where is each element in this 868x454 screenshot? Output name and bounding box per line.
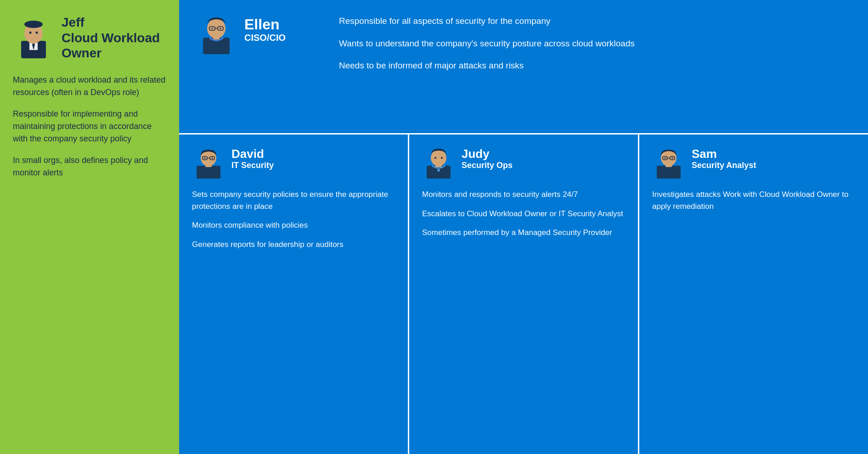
sam-avatar [652, 146, 685, 179]
ellen-avatar [196, 13, 237, 54]
judy-bullets: Monitors and responds to security alerts… [422, 189, 625, 239]
svg-point-7 [36, 32, 38, 34]
svg-point-6 [29, 32, 32, 34]
jeff-bullet-1: Manages a cloud workload and its related… [13, 74, 166, 99]
ellen-section: Ellen CISO/CIO Responsible for all aspec… [179, 0, 868, 133]
ellen-bullet-3: Needs to be informed of major attacks an… [339, 59, 851, 73]
ellen-bullet-2: Wants to understand the company's securi… [339, 37, 851, 50]
sam-header: Sam Security Analyst [652, 146, 855, 179]
sam-bullet-1: Investigates attacks Work with Cloud Wor… [652, 189, 855, 212]
judy-bullet-3: Sometimes performed by a Managed Securit… [422, 227, 625, 239]
ellen-bullets: Responsible for all aspects of security … [339, 13, 851, 120]
david-name-block: David IT Security [231, 146, 274, 170]
david-bullet-2: Monitors compliance with policies [192, 219, 395, 231]
david-name: David [231, 147, 274, 161]
svg-rect-30 [657, 166, 681, 179]
ellen-header: Ellen CISO/CIO [196, 13, 324, 120]
jeff-bullet-3: In small orgs, also defines policy and m… [13, 154, 166, 179]
jeff-bullet-2: Responsible for implementing and maintai… [13, 108, 166, 145]
sam-card: Sam Security Analyst Investigates attack… [639, 135, 868, 454]
svg-point-14 [212, 28, 213, 29]
jeff-title: Jeff Cloud Workload Owner [62, 15, 160, 61]
jeff-avatar [13, 17, 54, 58]
judy-bullet-2: Escalates to Cloud Workload Owner or IT … [422, 208, 625, 220]
jeff-header: Jeff Cloud Workload Owner [13, 15, 166, 61]
ellen-bullet-1: Responsible for all aspects of security … [339, 15, 851, 28]
judy-avatar [422, 146, 455, 179]
judy-name: Judy [462, 147, 513, 161]
ellen-role: CISO/CIO [244, 33, 286, 43]
svg-rect-16 [197, 166, 220, 179]
svg-point-29 [441, 157, 443, 159]
sam-name: Sam [692, 147, 756, 161]
ellen-name-block: Ellen CISO/CIO [244, 13, 286, 43]
david-header: David IT Security [192, 146, 395, 179]
judy-name-block: Judy Security Ops [462, 146, 513, 170]
svg-point-5 [24, 21, 43, 28]
david-avatar [192, 146, 225, 179]
ellen-name: Ellen [244, 17, 286, 33]
svg-point-22 [204, 157, 206, 159]
judy-role: Security Ops [462, 161, 513, 170]
david-bullet-3: Generates reports for leadership or audi… [192, 239, 395, 251]
svg-point-27 [431, 150, 446, 166]
bottom-section: David IT Security Sets company security … [179, 133, 868, 454]
david-bullets: Sets company security policies to ensure… [192, 189, 395, 250]
judy-card: Judy Security Ops Monitors and responds … [409, 135, 639, 454]
david-card: David IT Security Sets company security … [179, 135, 409, 454]
judy-header: Judy Security Ops [422, 146, 625, 179]
jeff-body: Manages a cloud workload and its related… [13, 74, 166, 179]
sam-role: Security Analyst [692, 161, 756, 170]
david-bullet-1: Sets company security policies to ensure… [192, 189, 395, 212]
svg-point-25 [437, 169, 440, 172]
sam-bullets: Investigates attacks Work with Cloud Wor… [652, 189, 855, 212]
david-role: IT Security [231, 161, 274, 170]
svg-point-23 [212, 157, 213, 159]
judy-bullet-1: Monitors and responds to security alerts… [422, 189, 625, 201]
svg-point-36 [665, 157, 666, 159]
sam-name-block: Sam Security Analyst [692, 146, 756, 170]
right-panel: Ellen CISO/CIO Responsible for all aspec… [179, 0, 868, 454]
svg-point-15 [220, 28, 221, 29]
left-panel: Jeff Cloud Workload Owner Manages a clou… [0, 0, 179, 454]
svg-point-28 [434, 157, 436, 159]
svg-point-37 [672, 157, 673, 159]
